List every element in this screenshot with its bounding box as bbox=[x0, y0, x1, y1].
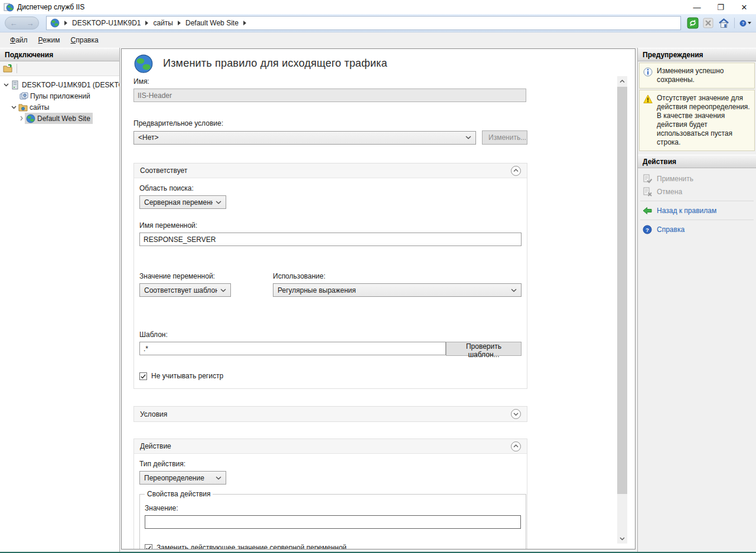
menu-file[interactable]: Файл bbox=[5, 34, 33, 46]
scrollbar-thumb[interactable] bbox=[617, 87, 627, 494]
chevron-right-icon[interactable] bbox=[18, 116, 25, 121]
chevron-down-icon bbox=[220, 289, 226, 292]
tree-item-server[interactable]: DESKTOP-U1MK9D1 (DESKTOP bbox=[0, 79, 119, 90]
info-alert-text: Изменения успешно сохранены. bbox=[657, 67, 751, 84]
check-pattern-button[interactable]: Проверить шаблон... bbox=[446, 342, 522, 356]
server-icon bbox=[11, 80, 20, 90]
ignore-case-checkbox[interactable] bbox=[139, 372, 147, 380]
back-to-rules-label: Назад к правилам bbox=[657, 207, 716, 215]
value-field[interactable] bbox=[145, 515, 521, 529]
conditions-section-header[interactable]: Условия bbox=[134, 407, 527, 421]
content-scrollbar[interactable] bbox=[617, 76, 627, 544]
variable-name-field[interactable] bbox=[139, 233, 522, 246]
chevron-up-icon bbox=[513, 444, 519, 448]
precondition-label: Предварительное условие: bbox=[133, 119, 527, 127]
apply-button[interactable]: Применить bbox=[638, 172, 756, 185]
menu-mode[interactable]: Режим bbox=[33, 34, 66, 46]
collapse-section-button[interactable] bbox=[511, 441, 521, 451]
stop-button[interactable] bbox=[702, 17, 714, 29]
tree-item-app-pools[interactable]: Пулы приложений bbox=[0, 90, 119, 102]
help-icon: ? bbox=[739, 18, 747, 29]
breadcrumb-separator-icon bbox=[243, 21, 246, 25]
menu-file-rest: айл bbox=[15, 36, 27, 44]
chevron-down-icon[interactable] bbox=[10, 106, 17, 109]
breadcrumb-separator-icon bbox=[178, 21, 181, 25]
back-arrow-icon bbox=[643, 206, 652, 215]
action-section-header[interactable]: Действие bbox=[134, 439, 527, 454]
svg-text:?: ? bbox=[646, 226, 649, 233]
apply-label: Применить bbox=[657, 175, 693, 183]
match-section-title: Соответствует bbox=[140, 166, 187, 175]
pattern-field[interactable] bbox=[139, 342, 446, 355]
forward-icon[interactable]: → bbox=[27, 19, 34, 27]
action-properties-group: Свойства действия Значение: Заменить дей… bbox=[139, 494, 526, 549]
app-pools-icon bbox=[19, 91, 28, 101]
action-type-label: Тип действия: bbox=[139, 460, 522, 468]
back-forward-buttons[interactable]: ← → bbox=[5, 17, 39, 30]
precondition-select[interactable]: <Нет> bbox=[133, 131, 476, 145]
help-dropdown-caret-icon[interactable] bbox=[748, 22, 751, 24]
menu-mode-accesskey: Р bbox=[38, 36, 43, 44]
menu-help[interactable]: Справка bbox=[66, 34, 104, 46]
scrollbar-track[interactable] bbox=[617, 86, 627, 534]
scope-select[interactable]: Серверная переменн bbox=[139, 195, 226, 209]
tree-item-default-web-site[interactable]: Default Web Site bbox=[0, 113, 119, 124]
breadcrumb-site[interactable]: Default Web Site bbox=[185, 19, 239, 27]
tree-item-label: Пулы приложений bbox=[30, 92, 90, 100]
match-section-header[interactable]: Соответствует bbox=[134, 163, 527, 178]
connections-header: Подключения bbox=[0, 48, 119, 61]
refresh-button[interactable] bbox=[687, 17, 699, 29]
variable-value-label: Значение переменной: bbox=[139, 272, 273, 280]
help-link[interactable]: ? Справка bbox=[638, 223, 756, 235]
close-button[interactable]: ✕ bbox=[732, 0, 756, 14]
help-button[interactable]: ? bbox=[739, 17, 751, 29]
address-bar: ← → DESKTOP-U1MK9D1 сайты Default Web Si… bbox=[0, 14, 756, 32]
value-label: Значение: bbox=[145, 504, 521, 512]
menu-help-accesskey: С bbox=[71, 36, 76, 44]
tree-item-label: сайты bbox=[30, 103, 50, 112]
chevron-down-icon[interactable] bbox=[2, 83, 9, 87]
actions-list: Применить Отмена Назад к правилам bbox=[638, 168, 756, 236]
menu-help-rest: правка bbox=[76, 36, 98, 44]
scroll-down-button[interactable] bbox=[617, 534, 627, 544]
name-field[interactable] bbox=[133, 89, 526, 102]
actions-header: Действия bbox=[638, 155, 756, 168]
connections-tree: DESKTOP-U1MK9D1 (DESKTOP Пулы приложений bbox=[0, 76, 119, 552]
tree-item-sites[interactable]: сайты bbox=[0, 102, 119, 113]
minimize-button[interactable]: — bbox=[685, 0, 709, 14]
breadcrumb-sites[interactable]: сайты bbox=[153, 19, 173, 27]
breadcrumb: DESKTOP-U1MK9D1 сайты Default Web Site bbox=[46, 16, 681, 30]
breadcrumb-separator-icon bbox=[64, 21, 67, 25]
divider bbox=[640, 220, 754, 220]
info-alert: Изменения успешно сохранены. bbox=[639, 63, 755, 89]
scroll-up-button[interactable] bbox=[617, 76, 627, 86]
expand-section-button[interactable] bbox=[511, 409, 521, 419]
save-connections-icon[interactable] bbox=[3, 64, 12, 73]
variable-value-select[interactable]: Соответствует шаблону bbox=[139, 283, 231, 297]
cancel-button[interactable]: Отмена bbox=[638, 185, 756, 198]
divider bbox=[640, 201, 754, 201]
back-to-rules-link[interactable]: Назад к правилам bbox=[638, 204, 756, 217]
help-circle-icon: ? bbox=[643, 225, 652, 234]
action-type-select[interactable]: Переопределение bbox=[139, 471, 226, 485]
usage-select[interactable]: Регулярные выражения bbox=[273, 283, 522, 297]
chevron-down-icon bbox=[216, 201, 221, 204]
edit-precondition-button[interactable]: Изменить... bbox=[482, 130, 527, 145]
restore-button[interactable]: ❐ bbox=[709, 0, 732, 14]
breadcrumb-server[interactable]: DESKTOP-U1MK9D1 bbox=[72, 19, 141, 27]
home-button[interactable] bbox=[718, 17, 729, 29]
variable-name-label: Имя переменной: bbox=[139, 221, 522, 230]
selected-tree-item[interactable]: Default Web Site bbox=[25, 113, 93, 124]
collapse-section-button[interactable] bbox=[511, 166, 521, 176]
sites-folder-icon bbox=[18, 103, 28, 112]
alerts-header: Предупреждения bbox=[638, 48, 756, 61]
toolbar-separator bbox=[734, 18, 735, 28]
tree-item-label: Default Web Site bbox=[37, 114, 90, 123]
breadcrumb-separator-icon bbox=[145, 21, 148, 25]
replace-value-checkbox[interactable] bbox=[145, 544, 152, 550]
tree-item-label: DESKTOP-U1MK9D1 (DESKTOP bbox=[22, 81, 119, 89]
connections-panel: Подключения bbox=[0, 48, 120, 552]
page-title: Изменить правило для исходящего трафика bbox=[163, 57, 387, 70]
conditions-section-title: Условия bbox=[140, 410, 167, 418]
back-icon[interactable]: ← bbox=[10, 19, 18, 27]
